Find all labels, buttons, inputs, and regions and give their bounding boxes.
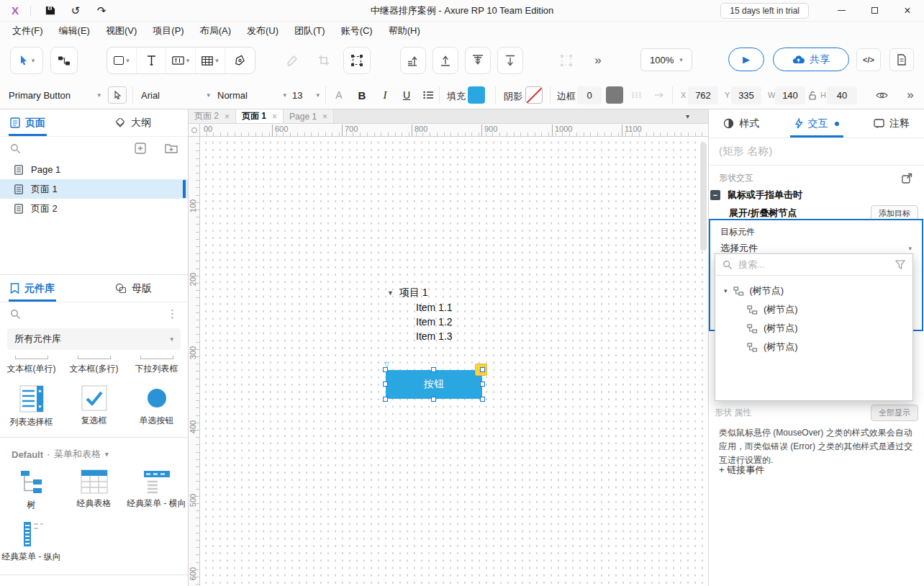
canvas-tab[interactable]: 页面 2 ×	[189, 109, 236, 123]
event-row[interactable]: − 鼠标或手指单击时	[709, 187, 924, 203]
tab-notes[interactable]: 注释	[874, 109, 910, 138]
dropdown-search-input[interactable]	[738, 259, 889, 270]
bring-to-front-button[interactable]	[432, 47, 458, 74]
resize-handle-nw[interactable]	[383, 367, 388, 372]
section-menus-tables[interactable]: Default ▪ 菜单和表格 ▾	[0, 438, 188, 462]
menu-account[interactable]: 账号(C)	[333, 22, 381, 40]
filter-funnel-icon[interactable]	[895, 260, 905, 269]
resize-handle-sw[interactable]	[383, 397, 388, 402]
widget-droplist[interactable]: 下拉列表框	[125, 356, 188, 375]
rectangle-tool-button[interactable]: ▾	[107, 48, 137, 73]
tree-child-node[interactable]: Item 1.2	[387, 315, 453, 329]
tree-widget[interactable]: ▼ 项目 1 Item 1.1 Item 1.2 Item 1.3	[387, 285, 453, 343]
canvas-tab[interactable]: Page 1 ×	[284, 109, 334, 123]
share-button[interactable]: 共享	[773, 48, 849, 71]
tree-child-node[interactable]: Item 1.3	[387, 329, 453, 343]
menu-team[interactable]: 团队(T)	[286, 22, 333, 40]
tab-masters[interactable]: 母版	[115, 275, 152, 302]
shadow-swatch[interactable]	[525, 86, 543, 104]
redo-icon[interactable]: ↷	[94, 4, 109, 18]
visibility-button[interactable]	[872, 86, 891, 104]
menu-help[interactable]: 帮助(H)	[381, 22, 428, 40]
close-tab-icon[interactable]: ×	[225, 112, 230, 122]
h-field[interactable]: 40	[827, 86, 857, 104]
save-icon[interactable]	[42, 4, 57, 18]
link-event-button[interactable]: + 链接事件	[719, 464, 764, 477]
add-folder-icon[interactable]	[165, 143, 178, 153]
font-weight-select[interactable]: Normal ▾	[217, 86, 286, 104]
border-width-field[interactable]: 0	[577, 86, 602, 104]
widget-textfield-multi[interactable]: 文本框(多行)	[63, 356, 125, 375]
edit-points-button[interactable]	[343, 47, 371, 74]
ruler-origin-icon[interactable]	[189, 124, 200, 137]
select-tool-button[interactable]: ▾	[10, 47, 43, 74]
resize-handle-n[interactable]	[431, 367, 436, 372]
menu-edit[interactable]: 编辑(E)	[51, 22, 98, 40]
bold-button[interactable]: B	[353, 86, 371, 104]
widget-classic-menu-v[interactable]: 经典菜单 - 纵向	[0, 521, 63, 563]
widget-name-input[interactable]: (矩形 名称)	[709, 138, 924, 166]
widget-classic-table[interactable]: 经典表格	[63, 469, 125, 511]
add-page-icon[interactable]	[135, 143, 146, 154]
widget-textfield-single[interactable]: 文本框(单行)	[0, 356, 63, 375]
search-icon[interactable]	[10, 143, 21, 154]
tree-root-node[interactable]: ▼ 项目 1	[387, 285, 453, 300]
style-preset-select[interactable]: Primary Button ▾	[9, 86, 101, 104]
code-export-button[interactable]: </>	[856, 48, 881, 71]
tab-style[interactable]: 样式	[723, 109, 759, 138]
style-picker-button[interactable]	[108, 86, 127, 104]
tab-interactions[interactable]: 交互	[794, 109, 839, 138]
underline-button[interactable]: U	[397, 86, 416, 104]
maximize-button[interactable]	[858, 0, 891, 21]
spec-document-button[interactable]	[889, 48, 914, 71]
close-tab-icon[interactable]: ×	[272, 112, 277, 122]
close-tab-icon[interactable]: ×	[322, 112, 327, 122]
node-caret-icon[interactable]: ▾	[724, 287, 728, 294]
menu-file[interactable]: 文件(F)	[4, 22, 51, 40]
canvas-vertical-scrollbar[interactable]	[700, 143, 707, 251]
resize-handle-s[interactable]	[431, 397, 436, 402]
widget-tree[interactable]: 树	[0, 469, 63, 511]
menu-project[interactable]: 项目(P)	[145, 22, 191, 40]
show-all-button[interactable]: 全部显示	[871, 405, 918, 421]
tab-pages[interactable]: 页面	[10, 109, 45, 136]
toolbar-overflow-button[interactable]: »	[587, 47, 609, 74]
dropdown-tree-node[interactable]: (树节点)	[715, 338, 912, 356]
page-row[interactable]: Page 1	[0, 160, 188, 179]
italic-button[interactable]: I	[376, 86, 394, 104]
library-filter-select[interactable]: 所有元件库 ▾	[7, 328, 181, 350]
resize-handle-ne[interactable]	[480, 367, 485, 372]
menu-publish[interactable]: 发布(U)	[239, 22, 286, 40]
dropdown-tree-node[interactable]: (树节点)	[715, 300, 912, 319]
menu-view[interactable]: 视图(V)	[98, 22, 145, 40]
section-markup[interactable]: Default ▪ 标记 ▾	[0, 575, 188, 586]
dropdown-tree-node[interactable]: ▾ (树节点)	[715, 281, 912, 300]
border-color-swatch[interactable]	[606, 86, 623, 104]
page-row[interactable]: 页面 2	[0, 199, 188, 218]
page-row-selected[interactable]: 页面 1	[0, 179, 188, 199]
resize-handle-w[interactable]	[383, 382, 388, 387]
send-to-back-button[interactable]	[497, 47, 523, 74]
canvas-tab-active[interactable]: 页面 1 ×	[236, 109, 284, 123]
y-field[interactable]: 335	[731, 86, 761, 104]
dropdown-tree-node[interactable]: (树节点)	[715, 319, 912, 338]
kebab-menu-icon[interactable]: ⋮	[167, 307, 178, 320]
undo-icon[interactable]: ↺	[68, 4, 83, 18]
table-tool-button[interactable]: ▾	[196, 48, 225, 73]
text-tool-button[interactable]	[137, 48, 166, 73]
pen-tool-button[interactable]	[225, 48, 255, 73]
close-button[interactable]: ×	[891, 0, 924, 21]
connector-tool-button[interactable]	[50, 47, 78, 74]
search-icon[interactable]	[10, 309, 21, 320]
minimize-button[interactable]	[825, 0, 858, 21]
trial-badge[interactable]: 15 days left in trial	[720, 3, 809, 19]
widget-checkbox[interactable]: 复选框	[63, 385, 125, 428]
preview-button[interactable]: ▶	[728, 48, 764, 71]
tree-child-node[interactable]: Item 1.1	[387, 300, 453, 315]
widget-listbox[interactable]: 列表选择框	[0, 385, 63, 428]
resize-handle-se[interactable]	[480, 397, 485, 402]
selected-button-widget[interactable]: 按钮 ▽ ⚡	[386, 370, 482, 399]
w-field[interactable]: 140	[775, 86, 805, 104]
bring-forward-button[interactable]	[400, 47, 426, 74]
design-canvas[interactable]: ▼ 项目 1 Item 1.1 Item 1.2 Item 1.3 按钮 ▽ ⚡	[200, 137, 708, 586]
